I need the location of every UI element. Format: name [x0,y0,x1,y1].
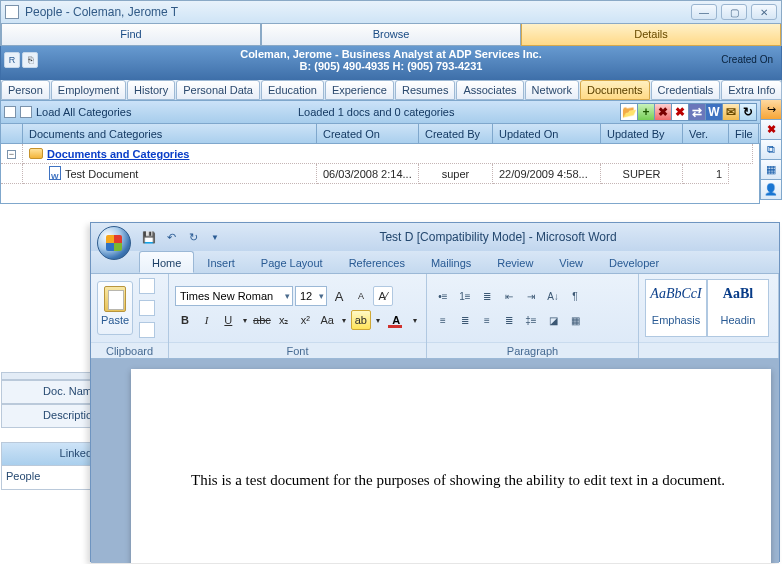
font-name-select[interactable]: Times New Roman [175,286,293,306]
grow-font-icon[interactable]: A [329,286,349,306]
strikethrough-button[interactable]: abc [252,310,272,330]
clear-button[interactable]: ✖ [671,103,689,121]
case-dropdown-icon[interactable]: ▾ [339,310,349,330]
align-center-button[interactable]: ≣ [455,310,475,330]
qat-redo-icon[interactable]: ↻ [185,229,201,245]
category-link[interactable]: Documents and Categories [47,148,189,160]
underline-dropdown-icon[interactable]: ▾ [240,310,250,330]
document-area[interactable]: This is a test document for the purposes… [91,359,779,563]
delete-button[interactable]: ✖ [654,103,672,121]
col-created-by[interactable]: Created By [419,124,493,143]
linked-people[interactable]: People [1,466,97,490]
move-button[interactable]: ⇄ [688,103,706,121]
clear-format-icon[interactable]: A⁄ [373,286,393,306]
subtab-history[interactable]: History [127,80,175,100]
show-marks-button[interactable]: ¶ [565,286,585,306]
col-updated-by[interactable]: Updated By [601,124,683,143]
qat-undo-icon[interactable]: ↶ [163,229,179,245]
multilevel-button[interactable]: ≣ [477,286,497,306]
user-icon[interactable]: 👤 [760,180,782,200]
bullets-button[interactable]: •≡ [433,286,453,306]
exit-icon[interactable]: ↪ [760,100,782,120]
maximize-button[interactable]: ▢ [721,4,747,20]
format-painter-icon[interactable] [139,322,155,338]
subscript-button[interactable]: x₂ [274,310,294,330]
highlight-dropdown-icon[interactable]: ▾ [373,310,383,330]
ribbon-tab-insert[interactable]: Insert [194,251,248,273]
ribbon-tab-home[interactable]: Home [139,251,194,273]
outdent-button[interactable]: ⇤ [499,286,519,306]
italic-button[interactable]: I [197,310,217,330]
cut-icon[interactable] [139,278,155,294]
style-emphasis[interactable]: AaBbCcI Emphasis [645,279,707,337]
ribbon-tab-review[interactable]: Review [484,251,546,273]
ribbon-tab-mailings[interactable]: Mailings [418,251,484,273]
align-right-button[interactable]: ≡ [477,310,497,330]
copy-icon-ribbon[interactable] [139,300,155,316]
indent-button[interactable]: ⇥ [521,286,541,306]
clip-icon[interactable]: ⎘ [22,52,38,68]
subtab-education[interactable]: Education [261,80,324,100]
sort-button[interactable]: A↓ [543,286,563,306]
subtab-network[interactable]: Network [525,80,579,100]
col-updated-on[interactable]: Updated On [493,124,601,143]
minimize-button[interactable]: — [691,4,717,20]
highlight-button[interactable]: ab [351,310,371,330]
paste-button[interactable]: Paste [97,281,133,335]
qat-dropdown-icon[interactable]: ▼ [207,229,223,245]
col-file[interactable]: File [729,124,759,143]
align-left-button[interactable]: ≡ [433,310,453,330]
font-color-button[interactable]: A [385,310,409,330]
record-flag-r[interactable]: R [4,52,20,68]
add-button[interactable]: + [637,103,655,121]
qat-save-icon[interactable]: 💾 [141,229,157,245]
subtab-personal-data[interactable]: Personal Data [176,80,260,100]
font-color-dropdown-icon[interactable]: ▾ [410,310,420,330]
line-spacing-button[interactable]: ‡≡ [521,310,541,330]
subtab-associates[interactable]: Associates [456,80,523,100]
open-folder-icon[interactable]: 📂 [620,103,638,121]
ribbon-tab-developer[interactable]: Developer [596,251,672,273]
bold-button[interactable]: B [175,310,195,330]
table-row[interactable]: Test Document 06/03/2008 2:14... super 2… [1,164,759,184]
numbering-button[interactable]: 1≡ [455,286,475,306]
tool-icon-4[interactable]: ▦ [760,160,782,180]
copy-icon[interactable]: ⧉ [760,140,782,160]
underline-button[interactable]: U [218,310,238,330]
col-expand[interactable] [1,124,23,143]
word-button[interactable]: W [705,103,723,121]
refresh-icon[interactable]: ↻ [739,103,757,121]
ribbon-tab-view[interactable]: View [546,251,596,273]
load-all-checkbox[interactable] [20,106,32,118]
office-button[interactable] [97,226,131,260]
collapse-icon[interactable]: − [7,150,16,159]
change-case-button[interactable]: Aa [317,310,337,330]
subtab-employment[interactable]: Employment [51,80,126,100]
category-row[interactable]: − Documents and Categories [1,144,759,164]
style-heading[interactable]: AaBl Headin [707,279,769,337]
checkbox-a[interactable] [4,106,16,118]
shrink-font-icon[interactable]: A [351,286,371,306]
subtab-credentials[interactable]: Credentials [651,80,721,100]
close-button[interactable]: ✕ [751,4,777,20]
document-text[interactable]: This is a test document for the purposes… [191,469,743,492]
borders-button[interactable]: ▦ [565,310,585,330]
subtab-experience[interactable]: Experience [325,80,394,100]
col-created-on[interactable]: Created On [317,124,419,143]
ribbon-tab-page-layout[interactable]: Page Layout [248,251,336,273]
tab-details[interactable]: Details [521,24,781,46]
page[interactable]: This is a test document for the purposes… [131,369,771,563]
subtab-documents[interactable]: Documents [580,80,650,100]
subtab-extra-info[interactable]: Extra Info [721,80,782,100]
font-size-select[interactable]: 12 [295,286,327,306]
ribbon-tab-references[interactable]: References [336,251,418,273]
word-titlebar[interactable]: 💾 ↶ ↻ ▼ Test D [Compatibility Mode] - Mi… [91,223,779,251]
delete-icon[interactable]: ✖ [760,120,782,140]
tab-find[interactable]: Find [1,24,261,46]
col-documents[interactable]: Documents and Categories [23,124,317,143]
col-version[interactable]: Ver. [683,124,729,143]
tab-browse[interactable]: Browse [261,24,521,46]
mail-icon[interactable]: ✉ [722,103,740,121]
justify-button[interactable]: ≣ [499,310,519,330]
shading-button[interactable]: ◪ [543,310,563,330]
